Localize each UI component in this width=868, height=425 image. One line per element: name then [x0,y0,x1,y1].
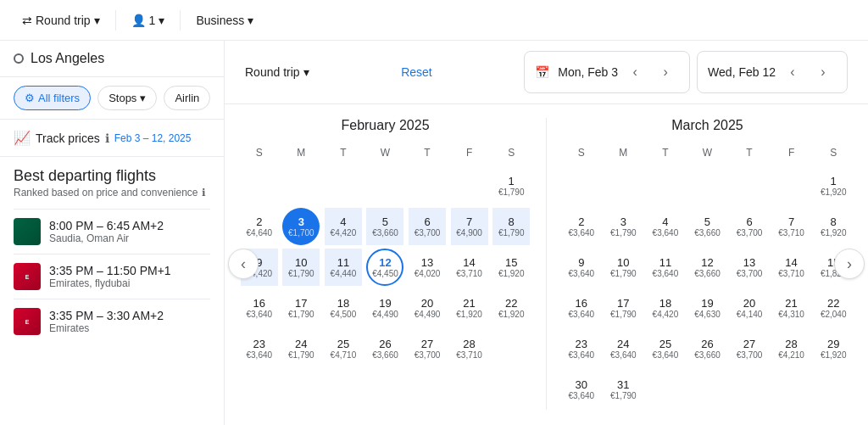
calendar-cell[interactable]: 20€4,490 [406,288,448,328]
calendar-cell[interactable]: 13€4,020 [406,247,448,288]
flight-item[interactable]: E3:35 PM – 11:50 PM+1Emirates, flydubai [14,254,210,299]
calendar-cell[interactable]: 20€4,140 [728,288,771,328]
day-cell[interactable]: 17€1,790 [282,289,320,327]
day-cell[interactable]: 20€4,140 [731,289,768,327]
day-cell[interactable]: 10€1,790 [604,249,642,286]
calendar-cell[interactable]: 29€1,920 [812,328,854,369]
calendar-cell[interactable]: 21€4,310 [771,288,813,328]
calendar-cell[interactable]: 23€3,640 [238,328,281,369]
calendar-next-button[interactable]: › [834,249,865,279]
calendar-cell[interactable]: 4€4,420 [322,206,364,247]
airline-button[interactable]: Airlin [164,86,210,110]
all-filters-button[interactable]: ⚙ All filters [14,86,91,110]
calendar-cell[interactable]: 14€3,710 [448,247,491,288]
day-cell[interactable]: 27€3,700 [409,330,446,367]
day-cell[interactable]: 11€3,640 [647,249,684,286]
day-cell[interactable]: 19€4,630 [688,289,726,327]
calendar-cell[interactable]: 10€1,790 [603,247,645,288]
day-cell[interactable]: 22€2,040 [815,289,852,327]
calendar-cell[interactable]: 8€1,790 [490,206,532,247]
day-cell[interactable]: 8€1,790 [492,208,530,245]
day-cell[interactable]: 29€1,920 [815,330,852,367]
calendar-cell[interactable]: 17€1,790 [281,288,323,328]
end-date-next[interactable]: › [810,59,837,86]
calendar-cell[interactable]: 24€3,640 [603,328,645,369]
calendar-cell[interactable]: 16€3,640 [560,288,603,328]
calendar-cell[interactable]: 19€4,630 [687,288,729,328]
day-cell[interactable]: 1€1,920 [815,167,852,204]
day-cell[interactable]: 28€3,710 [451,330,488,367]
day-cell[interactable]: 7€4,900 [451,208,488,245]
day-cell[interactable]: 17€1,790 [604,289,642,327]
day-cell[interactable]: 5€3,660 [366,208,403,245]
calendar-cell[interactable]: 27€3,700 [728,328,771,369]
calendar-cell[interactable]: 6€3,700 [406,206,448,247]
calendar-cell[interactable]: 2€4,640 [238,206,281,247]
day-cell[interactable]: 26€3,660 [688,330,726,367]
calendar-cell[interactable]: 14€3,710 [771,247,813,288]
calendar-cell[interactable]: 28€4,210 [771,328,813,369]
day-cell[interactable]: 25€3,640 [647,330,684,367]
day-cell[interactable]: 13€4,020 [409,249,446,286]
calendar-cell[interactable]: 26€3,660 [687,328,729,369]
day-cell[interactable]: 16€3,640 [563,289,600,327]
day-cell[interactable]: 3€1,700 [282,208,320,245]
day-cell[interactable]: 28€4,210 [773,330,810,367]
day-cell[interactable]: 14€3,710 [451,249,488,286]
calendar-cell[interactable]: 11€4,440 [322,247,364,288]
day-cell[interactable]: 16€3,640 [241,289,278,327]
day-cell[interactable]: 15€1,920 [492,249,530,286]
day-cell[interactable]: 21€1,920 [451,289,488,327]
flight-item[interactable]: E3:35 PM – 3:30 AM+2Emirates [14,299,210,344]
day-cell[interactable]: 20€4,490 [409,289,446,327]
day-cell[interactable]: 24€3,640 [604,330,642,367]
day-cell[interactable]: 9€3,640 [563,249,600,286]
day-cell[interactable]: 6€3,700 [409,208,446,245]
calendar-cell[interactable]: 22€2,040 [812,288,854,328]
class-button[interactable]: Business ▾ [187,8,262,32]
day-cell[interactable]: 7€3,710 [773,208,810,245]
calendar-cell[interactable]: 18€4,420 [644,288,687,328]
end-date-display[interactable]: Wed, Feb 12 ‹ › [697,51,848,93]
day-cell[interactable]: 23€3,640 [241,330,278,367]
calendar-cell[interactable]: 18€4,500 [322,288,364,328]
datepicker-trip-type[interactable]: Round trip ▾ [245,65,309,79]
day-cell[interactable]: 26€3,660 [366,330,403,367]
calendar-cell[interactable]: 22€1,920 [490,288,532,328]
passengers-button[interactable]: 👤 1 ▾ [123,8,174,32]
day-cell[interactable]: 5€3,660 [688,208,726,245]
calendar-cell[interactable]: 25€3,640 [644,328,687,369]
day-cell[interactable]: 3€1,790 [604,208,642,245]
calendar-cell[interactable]: 5€3,660 [364,206,407,247]
calendar-cell[interactable]: 15€1,920 [490,247,532,288]
day-cell[interactable]: 12€4,450 [366,249,403,286]
calendar-cell[interactable]: 3€1,790 [603,206,645,247]
calendar-cell[interactable]: 12€3,660 [687,247,729,288]
calendar-cell[interactable]: 13€3,700 [728,247,771,288]
calendar-cell[interactable]: 19€4,490 [364,288,407,328]
day-cell[interactable]: 11€4,440 [325,249,362,286]
day-cell[interactable]: 23€3,640 [563,330,600,367]
calendar-cell[interactable]: 21€1,920 [448,288,491,328]
calendar-cell[interactable]: 2€3,640 [560,206,603,247]
day-cell[interactable]: 30€3,640 [563,371,600,408]
calendar-cell[interactable]: 7€4,900 [448,206,491,247]
day-cell[interactable]: 31€1,790 [604,371,642,408]
day-cell[interactable]: 18€4,420 [647,289,684,327]
stops-button[interactable]: Stops ▾ [97,86,157,110]
calendar-cell[interactable]: 24€1,790 [281,328,323,369]
day-cell[interactable]: 4€4,420 [325,208,362,245]
day-cell[interactable]: 1€1,790 [492,167,530,204]
day-cell[interactable]: 18€4,500 [325,289,362,327]
day-cell[interactable]: 4€3,640 [647,208,684,245]
calendar-cell[interactable]: 8€1,920 [812,206,854,247]
calendar-cell[interactable]: 3€1,700 [281,206,323,247]
calendar-cell[interactable]: 1€1,790 [490,165,532,206]
calendar-cell[interactable]: 11€3,640 [644,247,687,288]
calendar-cell[interactable]: 6€3,700 [728,206,771,247]
day-cell[interactable]: 6€3,700 [731,208,768,245]
calendar-cell[interactable]: 26€3,660 [364,328,407,369]
calendar-cell[interactable]: 12€4,450 [364,247,407,288]
calendar-cell[interactable]: 4€3,640 [644,206,687,247]
calendar-cell[interactable]: 10€1,790 [281,247,323,288]
